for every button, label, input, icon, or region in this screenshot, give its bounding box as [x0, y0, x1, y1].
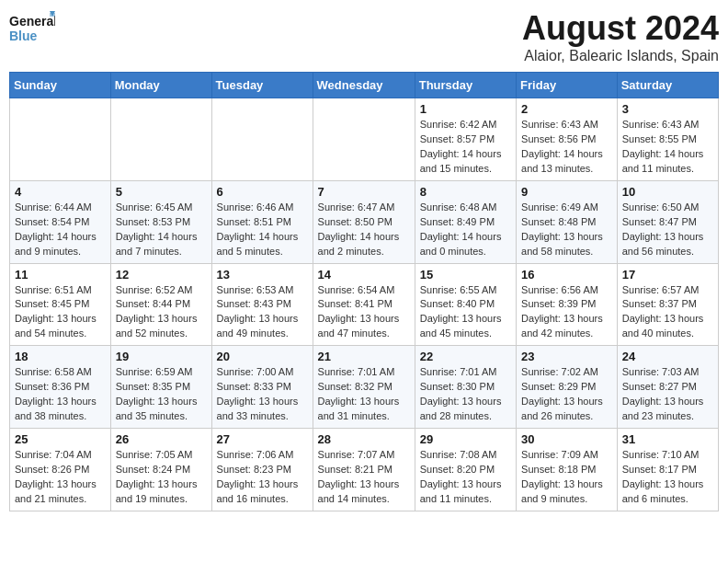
day-number: 28 — [318, 432, 410, 446]
svg-marker-3 — [50, 13, 55, 17]
day-info: Sunrise: 6:48 AM Sunset: 8:49 PM Dayligh… — [420, 201, 511, 259]
day-number: 4 — [15, 185, 106, 199]
day-info: Sunrise: 6:51 AM Sunset: 8:45 PM Dayligh… — [15, 283, 106, 342]
day-info: Sunrise: 7:08 AM Sunset: 8:20 PM Dayligh… — [420, 448, 511, 507]
day-cell: 29Sunrise: 7:08 AM Sunset: 8:20 PM Dayli… — [415, 429, 516, 511]
weekday-header-tuesday: Tuesday — [211, 73, 313, 98]
day-info: Sunrise: 7:04 AM Sunset: 8:26 PM Dayligh… — [15, 448, 106, 507]
day-info: Sunrise: 7:05 AM Sunset: 8:24 PM Dayligh… — [116, 448, 207, 507]
day-info: Sunrise: 6:50 AM Sunset: 8:47 PM Dayligh… — [622, 201, 713, 259]
day-info: Sunrise: 6:44 AM Sunset: 8:54 PM Dayligh… — [15, 201, 106, 259]
month-title: August 2024 — [522, 9, 719, 48]
weekday-header-sunday: Sunday — [10, 73, 111, 98]
day-cell: 8Sunrise: 6:48 AM Sunset: 8:49 PM Daylig… — [415, 180, 516, 263]
day-number: 18 — [15, 350, 106, 363]
location-subtitle: Alaior, Balearic Islands, Spain — [522, 48, 719, 64]
day-number: 6 — [217, 185, 308, 199]
day-info: Sunrise: 7:07 AM Sunset: 8:21 PM Dayligh… — [318, 448, 410, 507]
day-cell: 9Sunrise: 6:49 AM Sunset: 8:48 PM Daylig… — [517, 180, 618, 263]
day-cell: 30Sunrise: 7:09 AM Sunset: 8:18 PM Dayli… — [517, 429, 618, 511]
day-number: 30 — [521, 432, 612, 446]
day-number: 23 — [521, 350, 612, 363]
calendar-table: SundayMondayTuesdayWednesdayThursdayFrid… — [9, 72, 719, 511]
day-number: 21 — [318, 350, 410, 363]
title-area: August 2024 Alaior, Balearic Islands, Sp… — [522, 9, 719, 64]
day-cell: 4Sunrise: 6:44 AM Sunset: 8:54 PM Daylig… — [10, 180, 111, 263]
day-number: 14 — [318, 268, 410, 282]
day-number: 15 — [420, 268, 511, 282]
day-cell: 19Sunrise: 6:59 AM Sunset: 8:35 PM Dayli… — [110, 346, 211, 429]
svg-text:Blue: Blue — [9, 29, 38, 43]
day-number: 17 — [622, 268, 713, 282]
day-number: 1 — [420, 102, 511, 116]
day-number: 16 — [521, 268, 612, 282]
day-info: Sunrise: 7:01 AM Sunset: 8:32 PM Dayligh… — [318, 365, 410, 424]
week-row-3: 11Sunrise: 6:51 AM Sunset: 8:45 PM Dayli… — [10, 263, 719, 346]
day-info: Sunrise: 6:58 AM Sunset: 8:36 PM Dayligh… — [15, 365, 106, 424]
day-number: 5 — [116, 185, 207, 199]
day-cell: 27Sunrise: 7:06 AM Sunset: 8:23 PM Dayli… — [211, 429, 313, 511]
day-info: Sunrise: 7:09 AM Sunset: 8:18 PM Dayligh… — [521, 448, 612, 507]
weekday-header-thursday: Thursday — [415, 73, 516, 98]
day-info: Sunrise: 6:45 AM Sunset: 8:53 PM Dayligh… — [116, 201, 207, 259]
day-cell — [110, 98, 211, 181]
day-info: Sunrise: 6:49 AM Sunset: 8:48 PM Dayligh… — [521, 201, 612, 259]
weekday-header-wednesday: Wednesday — [313, 73, 415, 98]
day-cell: 23Sunrise: 7:02 AM Sunset: 8:29 PM Dayli… — [517, 346, 618, 429]
day-number: 2 — [521, 102, 612, 116]
day-cell: 21Sunrise: 7:01 AM Sunset: 8:32 PM Dayli… — [313, 346, 415, 429]
day-number: 29 — [420, 432, 511, 446]
day-cell: 18Sunrise: 6:58 AM Sunset: 8:36 PM Dayli… — [10, 346, 111, 429]
day-info: Sunrise: 7:00 AM Sunset: 8:33 PM Dayligh… — [217, 365, 308, 424]
day-cell: 31Sunrise: 7:10 AM Sunset: 8:17 PM Dayli… — [617, 429, 718, 511]
day-number: 24 — [622, 350, 713, 363]
day-cell: 28Sunrise: 7:07 AM Sunset: 8:21 PM Dayli… — [313, 429, 415, 511]
day-number: 13 — [217, 268, 308, 282]
weekday-header-friday: Friday — [517, 73, 618, 98]
day-cell — [211, 98, 313, 181]
day-cell: 20Sunrise: 7:00 AM Sunset: 8:33 PM Dayli… — [211, 346, 313, 429]
day-info: Sunrise: 6:42 AM Sunset: 8:57 PM Dayligh… — [420, 118, 511, 177]
day-info: Sunrise: 7:02 AM Sunset: 8:29 PM Dayligh… — [521, 365, 612, 424]
day-number: 7 — [318, 185, 410, 199]
week-row-4: 18Sunrise: 6:58 AM Sunset: 8:36 PM Dayli… — [10, 346, 719, 429]
day-number: 19 — [116, 350, 207, 363]
day-cell: 15Sunrise: 6:55 AM Sunset: 8:40 PM Dayli… — [415, 263, 516, 346]
day-info: Sunrise: 6:43 AM Sunset: 8:55 PM Dayligh… — [622, 118, 713, 177]
day-number: 26 — [116, 432, 207, 446]
week-row-2: 4Sunrise: 6:44 AM Sunset: 8:54 PM Daylig… — [10, 180, 719, 263]
day-cell: 11Sunrise: 6:51 AM Sunset: 8:45 PM Dayli… — [10, 263, 111, 346]
day-cell: 13Sunrise: 6:53 AM Sunset: 8:43 PM Dayli… — [211, 263, 313, 346]
day-cell: 22Sunrise: 7:01 AM Sunset: 8:30 PM Dayli… — [415, 346, 516, 429]
weekday-header-row: SundayMondayTuesdayWednesdayThursdayFrid… — [10, 73, 719, 98]
day-cell: 3Sunrise: 6:43 AM Sunset: 8:55 PM Daylig… — [617, 98, 718, 181]
day-number: 31 — [622, 432, 713, 446]
day-number: 9 — [521, 185, 612, 199]
day-cell — [10, 98, 111, 181]
day-cell: 1Sunrise: 6:42 AM Sunset: 8:57 PM Daylig… — [415, 98, 516, 181]
day-cell: 12Sunrise: 6:52 AM Sunset: 8:44 PM Dayli… — [110, 263, 211, 346]
day-info: Sunrise: 6:56 AM Sunset: 8:39 PM Dayligh… — [521, 283, 612, 342]
day-number: 8 — [420, 185, 511, 199]
day-number: 12 — [116, 268, 207, 282]
day-cell: 14Sunrise: 6:54 AM Sunset: 8:41 PM Dayli… — [313, 263, 415, 346]
weekday-header-saturday: Saturday — [617, 73, 718, 98]
day-info: Sunrise: 6:53 AM Sunset: 8:43 PM Dayligh… — [217, 283, 308, 342]
logo: General Blue — [9, 9, 55, 46]
day-cell: 5Sunrise: 6:45 AM Sunset: 8:53 PM Daylig… — [110, 180, 211, 263]
day-cell — [313, 98, 415, 181]
day-number: 10 — [622, 185, 713, 199]
day-info: Sunrise: 7:06 AM Sunset: 8:23 PM Dayligh… — [217, 448, 308, 507]
day-info: Sunrise: 6:59 AM Sunset: 8:35 PM Dayligh… — [116, 365, 207, 424]
day-info: Sunrise: 7:03 AM Sunset: 8:27 PM Dayligh… — [622, 365, 713, 424]
day-cell: 2Sunrise: 6:43 AM Sunset: 8:56 PM Daylig… — [517, 98, 618, 181]
day-cell: 25Sunrise: 7:04 AM Sunset: 8:26 PM Dayli… — [10, 429, 111, 511]
week-row-1: 1Sunrise: 6:42 AM Sunset: 8:57 PM Daylig… — [10, 98, 719, 181]
weekday-header-monday: Monday — [110, 73, 211, 98]
day-number: 22 — [420, 350, 511, 363]
day-cell: 17Sunrise: 6:57 AM Sunset: 8:37 PM Dayli… — [617, 263, 718, 346]
day-cell: 16Sunrise: 6:56 AM Sunset: 8:39 PM Dayli… — [517, 263, 618, 346]
day-number: 27 — [217, 432, 308, 446]
day-info: Sunrise: 6:52 AM Sunset: 8:44 PM Dayligh… — [116, 283, 207, 342]
day-cell: 26Sunrise: 7:05 AM Sunset: 8:24 PM Dayli… — [110, 429, 211, 511]
